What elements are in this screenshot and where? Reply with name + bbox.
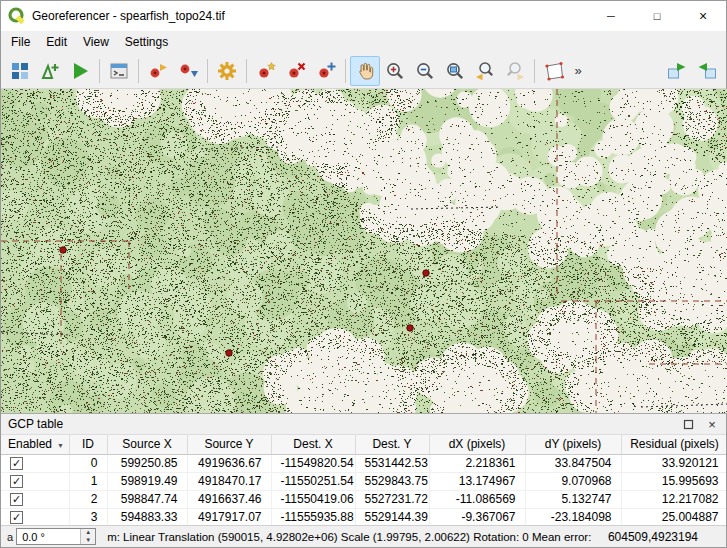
table-header-row: Enabled▼ ID Source X Source Y Dest. X De… xyxy=(1,435,726,454)
transformation-settings-button[interactable] xyxy=(212,56,242,86)
gcp-dest-x-cell: -11550419.06 xyxy=(271,490,355,508)
menu-file[interactable]: File xyxy=(3,32,38,52)
link-georeferencer-to-qgis-button[interactable] xyxy=(662,56,692,86)
link-qgis-to-georeferencer-button[interactable] xyxy=(692,56,722,86)
column-header-source-x[interactable]: Source X xyxy=(107,435,187,454)
open-raster-button[interactable] xyxy=(5,56,35,86)
load-gcp-points-button[interactable] xyxy=(143,56,173,86)
table-row[interactable]: ✓ 1 598919.49 4918470.17 -11550251.54 55… xyxy=(1,472,726,490)
pan-hand-icon xyxy=(354,60,376,82)
column-header-dest-y[interactable]: Dest. Y xyxy=(355,435,429,454)
zoom-next-button[interactable] xyxy=(500,56,530,86)
open-vector-icon xyxy=(39,60,61,82)
add-point-icon xyxy=(255,60,277,82)
toolbar: » xyxy=(1,53,726,89)
gcp-residual-cell: 25.004887 xyxy=(621,508,726,525)
maximize-button[interactable]: □ xyxy=(634,1,680,31)
transform-preview-icon xyxy=(543,60,565,82)
open-raster-icon xyxy=(9,60,31,82)
gcp-dy-cell: -23.184098 xyxy=(525,508,621,525)
spinner-buttons: ▲ ▼ xyxy=(80,529,95,544)
toolbar-separator xyxy=(138,59,139,83)
zoom-to-layer-button[interactable] xyxy=(440,56,470,86)
table-row[interactable]: ✓ 2 598847.74 4916637.46 -11550419.06 55… xyxy=(1,490,726,508)
gcp-dy-cell: 5.132747 xyxy=(525,490,621,508)
status-bar: a 0.0 ° ▲ ▼ m: Linear Translation (59001… xyxy=(1,525,726,547)
rotation-value[interactable]: 0.0 ° xyxy=(17,529,80,544)
checkbox-icon[interactable]: ✓ xyxy=(10,457,23,470)
menu-view[interactable]: View xyxy=(75,32,117,52)
gcp-dx-cell: 2.218361 xyxy=(429,454,525,472)
gcp-dest-x-cell: -11549820.54 xyxy=(271,454,355,472)
add-point-button[interactable] xyxy=(251,56,281,86)
toolbar-overflow-button[interactable]: » xyxy=(569,56,587,86)
zoom-last-button[interactable] xyxy=(470,56,500,86)
undock-panel-button[interactable] xyxy=(681,417,695,431)
transform-status-text: m: Linear Translation (590015, 4.92802e+… xyxy=(107,531,600,543)
start-georeferencing-button[interactable] xyxy=(65,56,95,86)
georeferencer-window: Georeferencer - spearfish_topo24.tif ─ □… xyxy=(0,0,727,548)
spin-down-icon[interactable]: ▼ xyxy=(81,537,95,545)
column-header-residual[interactable]: Residual (pixels) xyxy=(621,435,726,454)
checkbox-icon[interactable]: ✓ xyxy=(10,511,23,524)
generate-gdal-script-button[interactable] xyxy=(104,56,134,86)
gcp-source-x-cell: 599250.85 xyxy=(107,454,187,472)
menu-settings[interactable]: Settings xyxy=(117,32,176,52)
gcp-source-x-cell: 598919.49 xyxy=(107,472,187,490)
gcp-dx-cell: 13.174967 xyxy=(429,472,525,490)
menu-edit[interactable]: Edit xyxy=(38,32,75,52)
open-vector-button[interactable] xyxy=(35,56,65,86)
delete-point-button[interactable] xyxy=(281,56,311,86)
rotation-label: a xyxy=(7,531,13,543)
link-qgis-to-georeferencer-icon xyxy=(696,60,718,82)
gcp-table-panel: GCP table × Enabled▼ ID Source X Source … xyxy=(1,413,726,525)
gcp-id-cell: 3 xyxy=(69,508,107,525)
qgis-logo-icon xyxy=(8,7,26,25)
gcp-dest-x-cell: -11555935.88 xyxy=(271,508,355,525)
checkbox-icon[interactable]: ✓ xyxy=(10,493,23,506)
map-canvas[interactable] xyxy=(1,89,727,413)
column-header-dx[interactable]: dX (pixels) xyxy=(429,435,525,454)
generate-gdal-script-icon xyxy=(108,60,130,82)
zoom-in-button[interactable] xyxy=(380,56,410,86)
gcp-panel-header: GCP table × xyxy=(1,414,726,435)
gcp-source-x-cell: 598847.74 xyxy=(107,490,187,508)
table-row[interactable]: ✓ 3 594883.33 4917917.07 -11555935.88 55… xyxy=(1,508,726,525)
column-header-enabled[interactable]: Enabled▼ xyxy=(1,435,69,454)
gcp-source-y-cell: 4919636.67 xyxy=(187,454,271,472)
rotation-spinbox[interactable]: 0.0 ° ▲ ▼ xyxy=(16,528,96,545)
gcp-source-y-cell: 4918470.17 xyxy=(187,472,271,490)
gcp-dest-x-cell: -11550251.54 xyxy=(271,472,355,490)
close-panel-button[interactable]: × xyxy=(705,417,719,431)
pan-button[interactable] xyxy=(350,56,380,86)
gcp-dy-cell: 33.847504 xyxy=(525,454,621,472)
table-row[interactable]: ✓ 0 599250.85 4919636.67 -11549820.54 55… xyxy=(1,454,726,472)
toolbar-separator xyxy=(534,59,535,83)
zoom-next-icon xyxy=(504,60,526,82)
checkbox-icon[interactable]: ✓ xyxy=(10,475,23,488)
spin-up-icon[interactable]: ▲ xyxy=(81,529,95,537)
gcp-residual-cell: 12.217082 xyxy=(621,490,726,508)
close-button[interactable]: × xyxy=(680,1,726,31)
minimize-button[interactable]: ─ xyxy=(588,1,634,31)
column-header-dy[interactable]: dY (pixels) xyxy=(525,435,621,454)
sort-indicator-icon: ▼ xyxy=(57,442,64,449)
zoom-out-icon xyxy=(414,60,436,82)
zoom-in-icon xyxy=(384,60,406,82)
zoom-out-button[interactable] xyxy=(410,56,440,86)
window-controls: ─ □ × xyxy=(588,1,726,31)
window-title: Georeferencer - spearfish_topo24.tif xyxy=(32,9,225,23)
column-header-source-y[interactable]: Source Y xyxy=(187,435,271,454)
save-gcp-points-button[interactable] xyxy=(173,56,203,86)
transform-preview-button[interactable] xyxy=(539,56,569,86)
gcp-id-cell: 2 xyxy=(69,490,107,508)
gcp-dest-y-cell: 5531442.53 xyxy=(355,454,429,472)
gcp-dx-cell: -11.086569 xyxy=(429,490,525,508)
map-area xyxy=(1,89,726,413)
column-header-dest-x[interactable]: Dest. X xyxy=(271,435,355,454)
column-header-id[interactable]: ID xyxy=(69,435,107,454)
toolbar-right-group xyxy=(662,56,722,86)
start-georeferencing-icon xyxy=(69,60,91,82)
move-gcp-point-button[interactable] xyxy=(311,56,341,86)
gcp-dx-cell: -9.367067 xyxy=(429,508,525,525)
